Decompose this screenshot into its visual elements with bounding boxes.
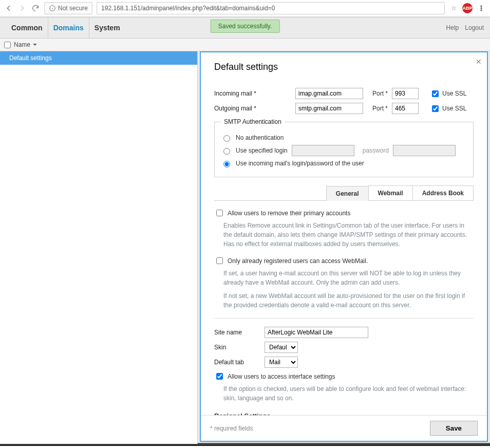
- domain-list: Default settings: [0, 51, 198, 444]
- sitename-label: Site name: [214, 329, 260, 336]
- select-all-checkbox[interactable]: [4, 42, 11, 48]
- sitename-input[interactable]: [265, 327, 368, 338]
- incoming-port-input[interactable]: [392, 88, 419, 99]
- tab-domains[interactable]: Domains: [48, 17, 89, 38]
- registered-only-checkbox[interactable]: [216, 257, 223, 264]
- skin-label: Skin: [214, 344, 260, 351]
- incoming-host-input[interactable]: [295, 88, 363, 99]
- svg-point-1: [481, 6, 482, 7]
- panel-footer: * required fields Save: [201, 415, 487, 441]
- chevron-down-icon: [32, 42, 37, 47]
- link-help[interactable]: Help: [446, 24, 459, 31]
- allow-remove-primary-checkbox[interactable]: [216, 210, 223, 216]
- smtp-password-input: [393, 145, 456, 156]
- browser-toolbar: Not secure 192.168.1.151/adminpanel/inde…: [0, 0, 490, 17]
- incoming-ssl-checkbox[interactable]: [432, 90, 439, 97]
- incoming-mail-label: Incoming mail *: [214, 90, 291, 97]
- tab-common[interactable]: Common: [6, 17, 48, 38]
- outgoing-port-input[interactable]: [392, 103, 419, 114]
- close-icon[interactable]: ✕: [476, 58, 482, 66]
- abp-extension-icon[interactable]: ABP: [462, 3, 473, 13]
- security-label: Not secure: [58, 5, 88, 12]
- svg-point-2: [481, 8, 482, 9]
- info-icon: [49, 5, 56, 12]
- smtp-auth-fieldset: SMTP Authentication No authentication Us…: [214, 118, 474, 177]
- subtabs: General Webmail Address Book: [214, 185, 474, 201]
- smtp-auth-specified-radio[interactable]: [223, 148, 230, 155]
- incoming-ssl-label: Use SSL: [442, 90, 466, 97]
- subtab-webmail[interactable]: Webmail: [368, 185, 413, 200]
- toast-saved: Saved successfully.: [211, 20, 280, 33]
- smtp-password-label: password: [363, 147, 389, 154]
- app-root: Saved successfully. Common Domains Syste…: [0, 17, 490, 443]
- reload-button[interactable]: [31, 4, 40, 13]
- required-fields-note: * required fields: [210, 425, 253, 432]
- smtp-auth-incoming-radio[interactable]: [223, 161, 230, 167]
- registered-only-help-b: If not set, a new WebMail account will b…: [223, 291, 474, 310]
- default-tab-select[interactable]: Mail: [265, 357, 298, 368]
- tab-system[interactable]: System: [89, 17, 125, 38]
- skin-select[interactable]: Default: [265, 342, 298, 353]
- svg-point-3: [481, 10, 482, 11]
- list-item-default-settings[interactable]: Default settings: [0, 51, 197, 65]
- allow-interface-settings-checkbox[interactable]: [216, 373, 223, 380]
- outgoing-port-label: Port *: [372, 105, 388, 112]
- settings-panel: ✕ Default settings Incoming mail * Port …: [200, 51, 488, 442]
- security-chip[interactable]: Not secure: [44, 2, 92, 14]
- incoming-port-label: Port *: [372, 90, 388, 97]
- back-button[interactable]: [4, 4, 13, 13]
- page-title: Default settings: [214, 62, 474, 72]
- url-bar[interactable]: 192.168.1.151/adminpanel/index.php?edit&…: [97, 2, 445, 14]
- outgoing-mail-label: Outgoing mail *: [214, 105, 291, 112]
- allow-remove-primary-help: Enables Remove account link in Settings/…: [223, 221, 474, 249]
- outgoing-ssl-checkbox[interactable]: [432, 105, 439, 112]
- column-name[interactable]: Name: [14, 41, 37, 48]
- allow-interface-settings-help: If the option is checked, users will be …: [223, 384, 474, 403]
- smtp-auth-specified-label: Use specified login: [236, 147, 288, 154]
- allow-remove-primary-label: Allow users to remove their primary acco…: [228, 210, 350, 217]
- outgoing-host-input[interactable]: [295, 103, 363, 114]
- bookmark-star-icon[interactable]: ☆: [449, 4, 458, 13]
- outgoing-ssl-label: Use SSL: [442, 105, 466, 112]
- allow-interface-settings-label: Allow users to access interface settings: [228, 373, 335, 380]
- smtp-auth-legend: SMTP Authentication: [221, 118, 285, 125]
- subtab-general[interactable]: General: [326, 186, 369, 201]
- smtp-login-input: [292, 145, 354, 156]
- forward-button[interactable]: [17, 4, 27, 13]
- browser-menu-icon[interactable]: [477, 4, 486, 13]
- smtp-auth-none-radio[interactable]: [223, 135, 230, 142]
- list-header: Name: [0, 39, 490, 51]
- default-tab-label: Default tab: [214, 359, 260, 366]
- registered-only-label: Only already registered users can access…: [228, 257, 368, 265]
- registered-only-help-a: If set, a user having e-mail account on …: [223, 269, 474, 287]
- smtp-auth-incoming-label: Use incoming mail's login/password of th…: [236, 160, 364, 167]
- link-logout[interactable]: Logout: [465, 24, 484, 31]
- smtp-auth-none-label: No authentication: [236, 134, 284, 141]
- subtab-addressbook[interactable]: Address Book: [412, 185, 474, 200]
- save-button[interactable]: Save: [430, 421, 478, 436]
